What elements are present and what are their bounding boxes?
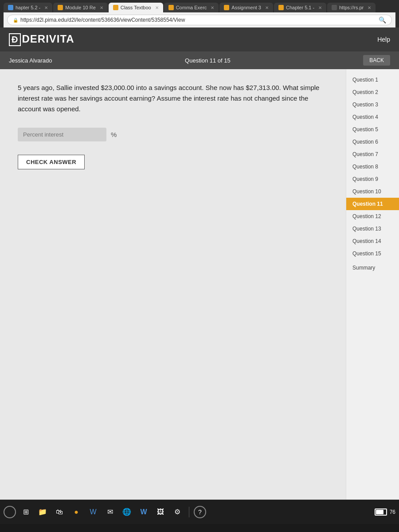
tab-assignment3[interactable]: Assignment 3 ✕ — [219, 3, 273, 12]
sidebar-item-summary[interactable]: Summary — [346, 262, 399, 274]
tab-label: Class Textboo — [121, 5, 151, 10]
file-explorer-icon[interactable]: 📁 — [35, 505, 50, 519]
address-bar[interactable]: 🔒 https://d2l.pima.edu/d2l/le/content/53… — [7, 15, 392, 25]
tab-label: Comma Exerc — [176, 5, 207, 10]
tab-close-icon[interactable]: ✕ — [44, 5, 48, 10]
tab-module10[interactable]: Module 10 Re ✕ — [53, 3, 108, 12]
content-area: 5 years ago, Sallie invested $23,000.00 … — [0, 69, 399, 500]
tab-favicon — [168, 5, 174, 10]
tab-favicon — [113, 5, 118, 10]
taskview-icon[interactable]: ⊞ — [19, 505, 33, 519]
app-logo: ÐDERIVITA — [9, 33, 74, 46]
search-icon: 🔍 — [379, 16, 386, 23]
tab-https[interactable]: https://rs.pr ✕ — [327, 3, 376, 12]
sub-header: Jessica Alvarado Question 11 of 15 BACK — [0, 51, 399, 69]
sidebar-item-q9[interactable]: Question 9 — [346, 173, 399, 185]
user-name: Jessica Alvarado — [9, 57, 52, 64]
tab-label: https://rs.pr — [339, 5, 364, 10]
tab-classtextbook[interactable]: Class Textboo ✕ — [109, 3, 163, 12]
question-text: 5 years ago, Sallie invested $23,000.00 … — [18, 82, 328, 114]
tab-close-icon[interactable]: ✕ — [100, 5, 103, 10]
sidebar-item-q6[interactable]: Question 6 — [346, 136, 399, 148]
sidebar-item-q10[interactable]: Question 10 — [346, 185, 399, 198]
input-row: % — [18, 128, 328, 141]
sidebar-item-q5[interactable]: Question 5 — [346, 123, 399, 136]
tab-close-icon[interactable]: ✕ — [155, 5, 159, 10]
tab-favicon — [278, 5, 284, 10]
sidebar-item-q8[interactable]: Question 8 — [346, 160, 399, 173]
start-button[interactable] — [4, 506, 16, 518]
question-sidebar: Question 1Question 2Question 3Question 4… — [346, 69, 399, 500]
edge-icon[interactable]: 🌐 — [120, 505, 134, 519]
help-button[interactable]: Help — [377, 36, 390, 43]
sidebar-item-q12[interactable]: Question 12 — [346, 210, 399, 223]
photo-icon[interactable]: 🖼 — [153, 505, 168, 519]
sidebar-item-q3[interactable]: Question 3 — [346, 98, 399, 111]
tab-chapter52[interactable]: hapter 5.2 - ✕ — [4, 3, 52, 12]
word-icon[interactable]: W — [86, 505, 100, 519]
tab-label: Chapter 5.1 - — [286, 5, 314, 10]
tab-chapter51[interactable]: Chapter 5.1 - ✕ — [274, 3, 326, 12]
taskbar-right: 76 — [375, 509, 395, 516]
lock-icon: 🔒 — [13, 18, 18, 23]
tab-favicon — [58, 5, 63, 10]
logo-text: DERIVITA — [22, 33, 74, 45]
app-header: ÐDERIVITA Help — [0, 27, 399, 51]
tab-label: Assignment 3 — [231, 5, 261, 10]
address-text: https://d2l.pima.edu/d2l/le/content/5366… — [20, 17, 185, 23]
percent-symbol: % — [111, 131, 117, 138]
tab-label: hapter 5.2 - — [16, 5, 40, 10]
battery-percent: 76 — [390, 509, 395, 515]
browser-chrome: hapter 5.2 - ✕ Module 10 Re ✕ Class Text… — [0, 0, 399, 27]
sidebar-item-q1[interactable]: Question 1 — [346, 74, 399, 86]
question-counter: Question 11 of 15 — [185, 57, 231, 64]
tab-close-icon[interactable]: ✕ — [265, 5, 269, 10]
back-button[interactable]: BACK — [363, 55, 390, 66]
word2-icon[interactable]: W — [137, 505, 151, 519]
address-bar-row: 🔒 https://d2l.pima.edu/d2l/le/content/53… — [4, 12, 395, 27]
sidebar-item-q13[interactable]: Question 13 — [346, 223, 399, 235]
sidebar-item-q11[interactable]: Question 11 — [346, 198, 399, 210]
question-main: 5 years ago, Sallie invested $23,000.00 … — [0, 69, 346, 500]
sidebar-item-q2[interactable]: Question 2 — [346, 86, 399, 98]
check-answer-button[interactable]: CHECK ANSWER — [18, 155, 85, 169]
tab-close-icon[interactable]: ✕ — [318, 5, 322, 10]
sidebar-item-q7[interactable]: Question 7 — [346, 148, 399, 160]
chrome-icon[interactable]: ● — [69, 505, 83, 519]
taskbar-separator — [189, 507, 189, 517]
tab-label: Module 10 Re — [65, 5, 96, 10]
tab-close-icon[interactable]: ✕ — [368, 5, 371, 10]
help-circle-icon[interactable]: ? — [194, 506, 206, 518]
tab-bar: hapter 5.2 - ✕ Module 10 Re ✕ Class Text… — [4, 3, 395, 12]
tab-close-icon[interactable]: ✕ — [211, 5, 214, 10]
store-icon[interactable]: 🛍 — [52, 505, 66, 519]
app-container: ÐDERIVITA Help Jessica Alvarado Question… — [0, 27, 399, 500]
logo-d-icon: Ð — [9, 33, 21, 46]
tab-favicon — [224, 5, 229, 10]
sidebar-item-q14[interactable]: Question 14 — [346, 235, 399, 247]
percent-interest-input[interactable] — [18, 128, 106, 141]
mail-icon[interactable]: ✉ — [103, 505, 117, 519]
settings-icon[interactable]: ⚙ — [170, 505, 184, 519]
sidebar-item-q15[interactable]: Question 15 — [346, 247, 399, 260]
battery-icon — [375, 509, 387, 516]
tab-commaexerc[interactable]: Comma Exerc ✕ — [164, 3, 219, 12]
sidebar-item-q4[interactable]: Question 4 — [346, 111, 399, 123]
tab-favicon — [8, 5, 13, 10]
battery-fill — [376, 510, 384, 514]
taskbar: ⊞ 📁 🛍 ● W ✉ 🌐 W 🖼 ⚙ ? 76 — [0, 500, 399, 524]
tab-favicon — [332, 5, 337, 10]
